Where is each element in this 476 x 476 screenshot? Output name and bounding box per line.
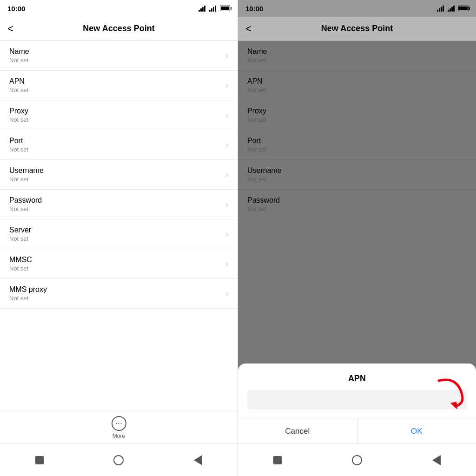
left-back-button[interactable]: < — [7, 24, 13, 34]
home-circle-button[interactable] — [112, 454, 125, 467]
left-phone: 10:00 100 < New Access Point — [0, 0, 238, 476]
left-item-mms-proxy-value: Not set — [9, 295, 47, 302]
right-status-bar: 10:00 100 — [238, 0, 476, 17]
more-icon[interactable]: ··· — [112, 416, 126, 431]
left-item-apn-value: Not set — [9, 86, 28, 93]
right-home-back-button[interactable] — [430, 454, 443, 467]
left-item-apn-chevron: › — [226, 81, 228, 90]
more-label: More — [112, 433, 125, 439]
right-battery-text: 100 — [460, 6, 468, 11]
square-icon — [35, 456, 44, 464]
left-item-mms-proxy[interactable]: MMS proxy Not set › — [0, 279, 238, 309]
left-item-server-value: Not set — [9, 235, 31, 242]
left-bottom-bar: ··· More — [0, 411, 238, 443]
left-signal-icon-2 — [209, 5, 216, 12]
left-item-port-value: Not set — [9, 146, 28, 153]
left-item-name-chevron: › — [226, 52, 228, 60]
left-item-apn[interactable]: APN Not set › — [0, 71, 238, 100]
left-item-port-label: Port — [9, 137, 28, 145]
left-item-mmsc-label: MMSC — [9, 256, 32, 264]
triangle-icon — [194, 455, 202, 465]
left-item-port-chevron: › — [226, 141, 228, 149]
left-battery-icon: 100 — [220, 6, 230, 11]
left-item-proxy-value: Not set — [9, 116, 28, 123]
dialog-cancel-button[interactable]: Cancel — [238, 419, 357, 443]
left-bottom-nav — [0, 443, 238, 476]
left-status-bar: 10:00 100 — [0, 0, 238, 17]
right-settings-list: Name Not set › APN Not set › Proxy Not s… — [238, 41, 476, 443]
dialog-buttons: Cancel OK — [238, 419, 476, 443]
left-item-username-label: Username — [9, 166, 44, 175]
left-item-mmsc[interactable]: MMSC Not set › — [0, 249, 238, 279]
right-back-button[interactable]: < — [245, 24, 251, 34]
dialog-ok-button[interactable]: OK — [357, 419, 476, 443]
right-signal-icon-2 — [448, 5, 455, 12]
apn-dialog: APN Cancel OK — [238, 364, 476, 443]
right-nav-header: < New Access Point — [238, 17, 476, 41]
right-bottom-nav — [238, 443, 476, 476]
left-item-proxy[interactable]: Proxy Not set › — [0, 100, 238, 130]
left-settings-list: Name Not set › APN Not set › Proxy Not s… — [0, 41, 238, 411]
apn-input[interactable] — [247, 390, 467, 410]
left-item-mms-proxy-label: MMS proxy — [9, 285, 47, 294]
left-item-mmsc-chevron: › — [226, 260, 228, 268]
right-square-icon — [273, 456, 282, 464]
left-page-title: New Access Point — [83, 24, 154, 33]
left-time: 10:00 — [7, 5, 25, 13]
circle-icon — [113, 455, 124, 465]
right-battery-icon: 100 — [458, 6, 469, 11]
left-item-name-value: Not set — [9, 57, 29, 64]
right-status-icons: 100 — [437, 5, 469, 12]
left-item-username-value: Not set — [9, 176, 44, 183]
right-triangle-icon — [432, 455, 441, 465]
left-item-username-chevron: › — [226, 171, 228, 179]
right-signal-icon — [437, 5, 444, 12]
left-item-server-label: Server — [9, 226, 31, 234]
left-item-mmsc-value: Not set — [9, 265, 32, 272]
left-item-server-chevron: › — [226, 230, 228, 238]
dialog-title: APN — [238, 364, 476, 390]
left-signal-icon — [198, 5, 205, 12]
left-item-mms-proxy-chevron: › — [226, 290, 228, 298]
left-item-apn-label: APN — [9, 77, 28, 86]
left-item-proxy-chevron: › — [226, 111, 228, 119]
home-square-button[interactable] — [33, 454, 46, 467]
right-home-square-button[interactable] — [271, 454, 284, 467]
right-phone: 10:00 100 < New Access Point — [238, 0, 476, 476]
dialog-input-wrap — [238, 390, 476, 419]
right-home-circle-button[interactable] — [350, 454, 364, 467]
left-item-password[interactable]: Password Not set › — [0, 190, 238, 219]
dialog-input-row — [247, 390, 467, 410]
left-nav-header: < New Access Point — [0, 17, 238, 41]
left-item-password-value: Not set — [9, 205, 42, 212]
left-battery-text: 100 — [221, 6, 229, 11]
left-item-name[interactable]: Name Not set › — [0, 41, 238, 71]
right-circle-icon — [352, 455, 362, 465]
right-time: 10:00 — [245, 5, 263, 13]
right-page-title: New Access Point — [321, 24, 393, 33]
left-item-password-chevron: › — [226, 200, 228, 209]
dialog-overlay: APN Cancel OK — [238, 41, 476, 443]
home-back-button[interactable] — [192, 454, 205, 467]
left-item-port[interactable]: Port Not set › — [0, 130, 238, 160]
left-item-password-label: Password — [9, 196, 42, 205]
left-status-icons: 100 — [198, 5, 230, 12]
left-item-name-label: Name — [9, 47, 29, 56]
left-item-proxy-label: Proxy — [9, 107, 28, 115]
left-item-username[interactable]: Username Not set › — [0, 160, 238, 190]
left-item-server[interactable]: Server Not set › — [0, 219, 238, 249]
